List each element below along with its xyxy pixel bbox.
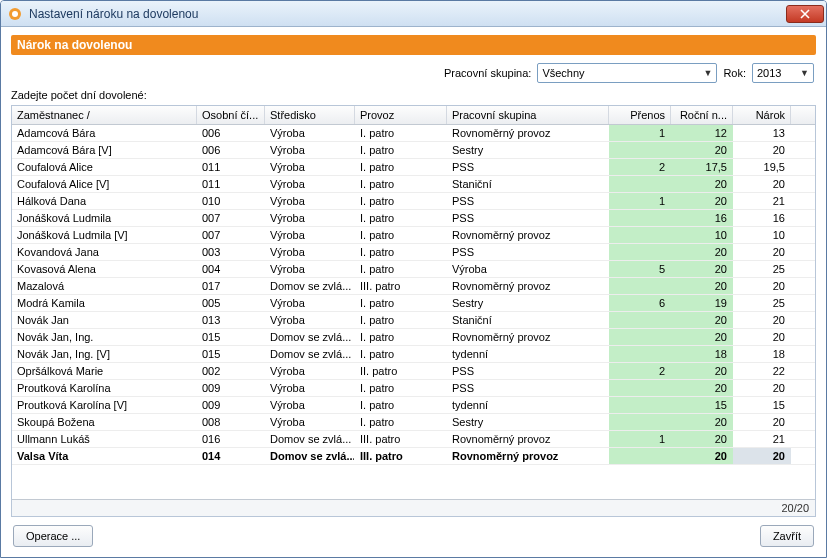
cell[interactable]: 17,5 <box>671 159 733 175</box>
cell[interactable]: 011 <box>197 176 265 192</box>
cell[interactable]: I. patro <box>355 125 447 141</box>
cell[interactable] <box>791 329 815 345</box>
cell[interactable]: I. patro <box>355 329 447 345</box>
cell[interactable] <box>791 176 815 192</box>
table-row[interactable]: Modrá Kamila005VýrobaI. patroSestry61925 <box>12 295 815 312</box>
cell[interactable]: Výroba <box>265 142 355 158</box>
cell[interactable]: Jonášková Ludmila <box>12 210 197 226</box>
cell[interactable]: Domov se zvlá... <box>265 346 355 362</box>
table-row[interactable]: Ullmann Lukáš016Domov se zvlá...III. pat… <box>12 431 815 448</box>
cell[interactable]: tydenní <box>447 346 609 362</box>
table-row[interactable]: Novák Jan, Ing.015Domov se zvlá...I. pat… <box>12 329 815 346</box>
cell[interactable]: Výroba <box>265 295 355 311</box>
cell[interactable]: 22 <box>733 363 791 379</box>
cell[interactable]: 20 <box>671 448 733 464</box>
cell[interactable]: 007 <box>197 210 265 226</box>
cell[interactable]: I. patro <box>355 414 447 430</box>
cell[interactable]: Novák Jan <box>12 312 197 328</box>
cell[interactable]: PSS <box>447 210 609 226</box>
col-provoz[interactable]: Provoz <box>355 106 447 124</box>
col-stredisko[interactable]: Středisko <box>265 106 355 124</box>
cell[interactable]: 20 <box>671 261 733 277</box>
cell[interactable]: Valsa Víta <box>12 448 197 464</box>
cell[interactable]: Výroba <box>265 193 355 209</box>
cell[interactable] <box>791 346 815 362</box>
cell[interactable]: 007 <box>197 227 265 243</box>
col-zamestnanec[interactable]: Zaměstnanec / <box>12 106 197 124</box>
cell[interactable]: 1 <box>609 431 671 447</box>
cell[interactable] <box>609 142 671 158</box>
cell[interactable]: Proutková Karolína <box>12 380 197 396</box>
cell[interactable]: Domov se zvlá... <box>265 431 355 447</box>
close-button[interactable] <box>786 5 824 23</box>
grid-body[interactable]: Adamcová Bára006VýrobaI. patroRovnoměrný… <box>12 125 815 499</box>
cell[interactable]: PSS <box>447 380 609 396</box>
cell[interactable]: 015 <box>197 329 265 345</box>
cell[interactable]: 20 <box>671 176 733 192</box>
cell[interactable]: 21 <box>733 431 791 447</box>
cell[interactable]: 2 <box>609 159 671 175</box>
cell[interactable]: Sestry <box>447 414 609 430</box>
cell[interactable] <box>791 261 815 277</box>
col-rocni[interactable]: Roční n... <box>671 106 733 124</box>
col-skupina[interactable]: Pracovní skupina <box>447 106 609 124</box>
cell[interactable]: I. patro <box>355 261 447 277</box>
cell[interactable]: Výroba <box>447 261 609 277</box>
cell[interactable]: 1 <box>609 125 671 141</box>
cell[interactable]: 25 <box>733 295 791 311</box>
cell[interactable]: 15 <box>671 397 733 413</box>
cell[interactable]: 20 <box>733 278 791 294</box>
cell[interactable]: III. patro <box>355 278 447 294</box>
table-row[interactable]: Valsa Víta014Domov se zvlá...III. patroR… <box>12 448 815 465</box>
cell[interactable]: Domov se zvlá... <box>265 329 355 345</box>
cell[interactable]: Výroba <box>265 125 355 141</box>
cell[interactable]: 004 <box>197 261 265 277</box>
cell[interactable] <box>609 414 671 430</box>
table-row[interactable]: Adamcová Bára [V]006VýrobaI. patroSestry… <box>12 142 815 159</box>
cell[interactable] <box>791 142 815 158</box>
table-row[interactable]: Coufalová Alice011VýrobaI. patroPSS217,5… <box>12 159 815 176</box>
cell[interactable]: 20 <box>733 176 791 192</box>
cell[interactable]: Výroba <box>265 244 355 260</box>
cell[interactable]: 2 <box>609 363 671 379</box>
zavrit-button[interactable]: Zavřít <box>760 525 814 547</box>
cell[interactable] <box>609 210 671 226</box>
cell[interactable]: 003 <box>197 244 265 260</box>
cell[interactable] <box>791 397 815 413</box>
cell[interactable]: I. patro <box>355 142 447 158</box>
cell[interactable]: Rovnoměrný provoz <box>447 227 609 243</box>
cell[interactable] <box>791 431 815 447</box>
cell[interactable]: 011 <box>197 159 265 175</box>
cell[interactable]: 014 <box>197 448 265 464</box>
cell[interactable]: Hálková Dana <box>12 193 197 209</box>
cell[interactable]: Výroba <box>265 380 355 396</box>
cell[interactable]: I. patro <box>355 397 447 413</box>
cell[interactable]: Rovnoměrný provoz <box>447 278 609 294</box>
cell[interactable]: PSS <box>447 244 609 260</box>
cell[interactable]: Výroba <box>265 227 355 243</box>
cell[interactable]: PSS <box>447 159 609 175</box>
cell[interactable]: 12 <box>671 125 733 141</box>
cell[interactable]: 20 <box>733 312 791 328</box>
cell[interactable]: 013 <box>197 312 265 328</box>
cell[interactable]: Výroba <box>265 159 355 175</box>
table-row[interactable]: Proutková Karolína [V]009VýrobaI. patrot… <box>12 397 815 414</box>
cell[interactable] <box>609 278 671 294</box>
cell[interactable]: Adamcová Bára [V] <box>12 142 197 158</box>
cell[interactable]: Ullmann Lukáš <box>12 431 197 447</box>
cell[interactable]: 16 <box>733 210 791 226</box>
cell[interactable]: 006 <box>197 125 265 141</box>
cell[interactable]: Kovasová Alena <box>12 261 197 277</box>
cell[interactable]: 016 <box>197 431 265 447</box>
cell[interactable]: tydenní <box>447 397 609 413</box>
cell[interactable]: 20 <box>671 244 733 260</box>
cell[interactable]: Výroba <box>265 397 355 413</box>
cell[interactable]: Výroba <box>265 176 355 192</box>
cell[interactable]: Sestry <box>447 142 609 158</box>
cell[interactable]: Modrá Kamila <box>12 295 197 311</box>
table-row[interactable]: Mazalová017Domov se zvlá...III. patroRov… <box>12 278 815 295</box>
cell[interactable]: Novák Jan, Ing. <box>12 329 197 345</box>
table-row[interactable]: Proutková Karolína009VýrobaI. patroPSS20… <box>12 380 815 397</box>
cell[interactable] <box>609 312 671 328</box>
cell[interactable] <box>791 295 815 311</box>
